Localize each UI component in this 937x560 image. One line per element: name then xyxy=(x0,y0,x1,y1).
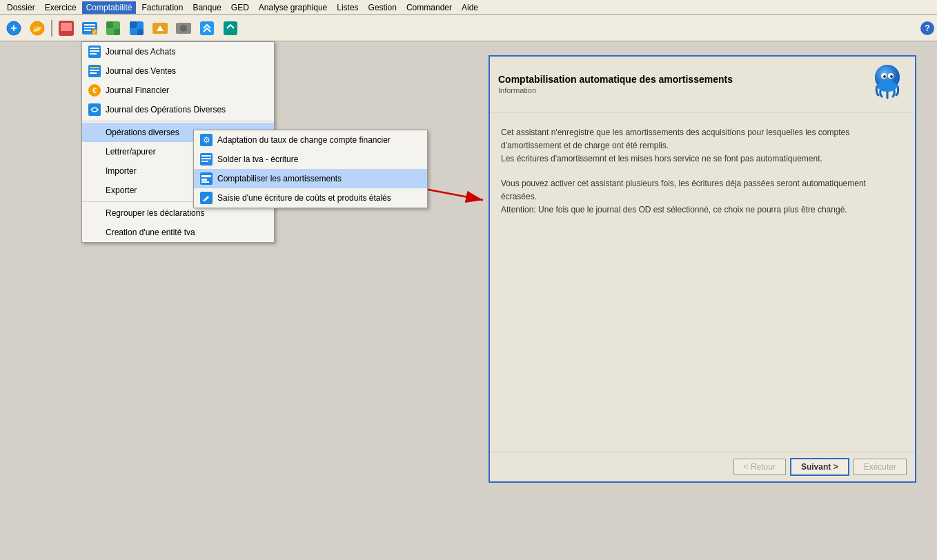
menu-journal-financier[interactable]: € Journal Financier xyxy=(82,81,274,100)
submenu-comptabiliser[interactable]: Comptabiliser les amortissements xyxy=(194,169,427,188)
submenu-adaptation-taux-label: Adaptation du taux de change compte fina… xyxy=(217,135,391,145)
submenu-solder-tva[interactable]: Solder la tva - écriture xyxy=(194,150,427,169)
menu-ged[interactable]: GED xyxy=(227,1,253,14)
wizard-text-2: Les écritures d'amortissemnt et les mise… xyxy=(501,152,904,166)
svg-rect-45 xyxy=(201,179,207,181)
toolbar-btn-6[interactable] xyxy=(172,18,195,39)
wizard-header-left: Comptabilisation automatique des amortis… xyxy=(498,74,733,94)
lettrer-icon xyxy=(88,145,101,159)
toolbar-btn-3[interactable] xyxy=(102,18,124,39)
wizard-text-3: Vous pouvez activer cet assistant plusie… xyxy=(501,177,904,203)
exporter-icon xyxy=(88,183,101,197)
submenu-saisie-ecriture[interactable]: Saisie d'une écriture de coûts et produi… xyxy=(194,188,427,208)
menu-journal-achats-label: Journal des Achats xyxy=(106,47,175,57)
svg-point-54 xyxy=(883,75,886,78)
toolbar-btn-8[interactable] xyxy=(219,18,241,39)
menu-aide[interactable]: Aide xyxy=(457,1,482,14)
menu-importer-label: Importer xyxy=(106,166,137,176)
submenu-adaptation-taux[interactable]: ⚙ Adaptation du taux de change compte fi… xyxy=(194,130,427,150)
svg-rect-7 xyxy=(68,32,70,34)
toolbar-btn-4[interactable] xyxy=(126,18,148,39)
operations-submenu: ⚙ Adaptation du taux de change compte fi… xyxy=(193,130,428,208)
journal-financier-icon: € xyxy=(88,83,101,97)
wizard-executer-btn[interactable]: Exécuter xyxy=(854,459,907,475)
wizard-panel: Comptabilisation automatique des amortis… xyxy=(489,55,916,483)
menu-lettrer-label: Lettrer/apurer xyxy=(106,147,156,157)
toolbar-btn-5[interactable] xyxy=(149,18,171,39)
svg-rect-46 xyxy=(201,181,209,183)
svg-rect-11 xyxy=(84,30,91,31)
solder-tva-icon xyxy=(199,152,213,166)
svg-rect-10 xyxy=(84,27,95,28)
menu-bar: Dossier Exercice Comptabilité Facturatio… xyxy=(0,0,937,15)
creation-entite-icon xyxy=(88,226,101,239)
help-button[interactable]: ? xyxy=(920,21,934,35)
menu-gestion[interactable]: Gestion xyxy=(364,1,401,14)
wizard-suivant-btn[interactable]: Suivant > xyxy=(790,458,849,476)
submenu-saisie-ecriture-label: Saisie d'une écriture de coûts et produi… xyxy=(217,193,391,203)
svg-rect-41 xyxy=(201,158,211,159)
svg-rect-44 xyxy=(201,175,211,177)
regrouper-icon xyxy=(88,206,101,220)
menu-listes[interactable]: Listes xyxy=(333,1,362,14)
svg-point-23 xyxy=(180,25,187,32)
svg-rect-15 xyxy=(106,21,113,28)
svg-rect-42 xyxy=(201,161,208,162)
wizard-retour-btn[interactable]: < Retour xyxy=(733,459,786,475)
menu-journal-achats[interactable]: Journal des Achats xyxy=(82,42,274,61)
svg-rect-33 xyxy=(90,72,97,74)
submenu-solder-tva-label: Solder la tva - écriture xyxy=(217,154,298,164)
svg-point-55 xyxy=(890,75,893,78)
svg-rect-25 xyxy=(224,21,237,35)
menu-journal-od[interactable]: Journal des Opérations Diverses xyxy=(82,100,274,119)
svg-rect-5 xyxy=(61,23,72,31)
svg-text:✓: ✓ xyxy=(92,30,97,34)
svg-rect-27 xyxy=(90,48,99,49)
journal-od-icon xyxy=(88,103,101,117)
svg-text:+: + xyxy=(10,22,17,34)
menu-analyse[interactable]: Analyse graphique xyxy=(255,1,331,14)
menu-regrouper-label: Regrouper les déclarations xyxy=(106,208,204,218)
svg-point-56 xyxy=(878,81,897,92)
comptabiliser-icon xyxy=(199,172,213,186)
wizard-header: Comptabilisation automatique des amortis… xyxy=(490,57,915,112)
toolbar-open-btn[interactable]: 📂 xyxy=(26,18,48,39)
svg-rect-18 xyxy=(130,21,137,28)
menu-journal-od-label: Journal des Opérations Diverses xyxy=(106,105,226,114)
menu-operations-diverses-label: Opérations diverses xyxy=(106,128,179,137)
svg-text:€: € xyxy=(92,86,97,94)
journal-ventes-icon xyxy=(88,64,101,78)
svg-rect-19 xyxy=(137,29,144,35)
svg-rect-28 xyxy=(90,50,99,52)
toolbar-new-btn[interactable]: + xyxy=(3,18,25,39)
menu-facturation[interactable]: Facturation xyxy=(137,1,187,14)
adaptation-taux-icon: ⚙ xyxy=(199,133,213,147)
menu-commander[interactable]: Commander xyxy=(402,1,456,14)
wizard-text-1: Cet assistant n'enregistre que les amort… xyxy=(501,126,904,152)
menu-dossier[interactable]: Dossier xyxy=(3,1,39,14)
menu-creation-entite-label: Creation d'une entité tva xyxy=(106,228,195,237)
wizard-subtitle: Information xyxy=(498,86,733,94)
wizard-footer: < Retour Suivant > Exécuter xyxy=(490,452,915,481)
toolbar-btn-2[interactable]: ✓ xyxy=(79,18,101,39)
menu-creation-entite[interactable]: Creation d'une entité tva xyxy=(82,223,274,242)
svg-rect-16 xyxy=(114,29,120,35)
wizard-body: Cet assistant n'enregistre que les amort… xyxy=(490,112,915,452)
toolbar-btn-7[interactable] xyxy=(196,18,218,39)
svg-rect-36 xyxy=(88,103,101,116)
svg-rect-29 xyxy=(90,53,97,54)
svg-text:⚙: ⚙ xyxy=(203,135,210,145)
menu-exporter-label: Exporter xyxy=(106,186,137,195)
menu-exercice[interactable]: Exercice xyxy=(41,1,81,14)
svg-rect-32 xyxy=(90,70,99,71)
toolbar: + 📂 ✓ xyxy=(0,15,937,41)
menu-banque[interactable]: Banque xyxy=(188,1,225,14)
wizard-mascot-icon xyxy=(869,62,907,106)
toolbar-btn-1[interactable] xyxy=(55,18,77,39)
menu-journal-ventes[interactable]: Journal des Ventes xyxy=(82,61,274,81)
menu-comptabilite[interactable]: Comptabilité xyxy=(82,1,137,14)
wizard-body-text: Cet assistant n'enregistre que les amort… xyxy=(501,126,904,217)
svg-rect-6 xyxy=(62,32,65,34)
submenu-comptabiliser-label: Comptabiliser les amortissements xyxy=(217,174,342,183)
svg-rect-31 xyxy=(90,67,99,68)
